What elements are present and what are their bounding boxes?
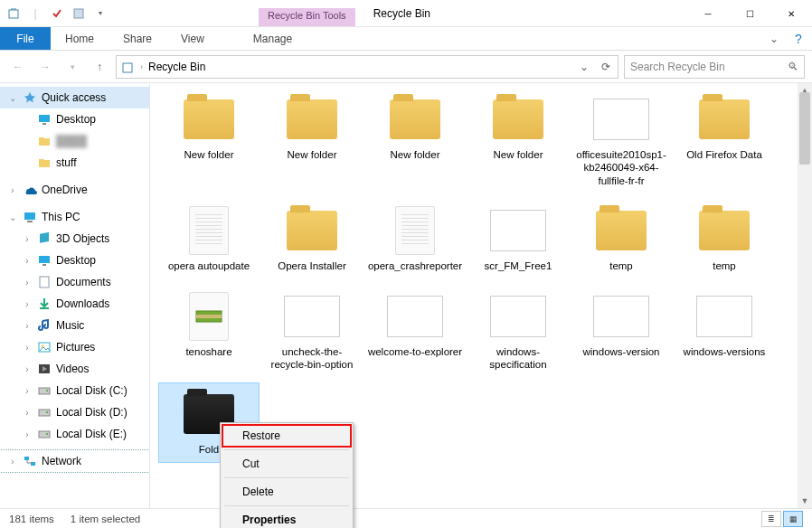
sidebar-item-blurred[interactable]: ████ xyxy=(0,130,149,152)
file-item[interactable]: Opera Installer xyxy=(262,200,362,278)
chevron-right-icon[interactable]: › xyxy=(7,185,18,195)
chevron-down-icon[interactable]: ⌄ xyxy=(7,212,18,222)
file-item[interactable]: officesuite2010sp1-kb2460049-x64-fullfil… xyxy=(571,89,671,193)
file-item[interactable]: temp xyxy=(571,200,671,278)
chevron-right-icon[interactable]: › xyxy=(22,321,33,331)
sidebar-item-desktop[interactable]: ›Desktop xyxy=(0,250,149,271)
sidebar-item-music[interactable]: ›Music xyxy=(0,315,149,336)
context-delete[interactable]: Delete xyxy=(222,481,351,503)
sidebar-item-local-disk-d-[interactable]: ›Local Disk (D:) xyxy=(0,401,149,423)
file-item[interactable]: temp xyxy=(675,200,774,278)
sidebar-item-stuff[interactable]: stuff xyxy=(0,152,149,174)
chevron-down-icon[interactable]: ⌄ xyxy=(7,93,18,103)
file-item-label: Old Firefox Data xyxy=(686,148,762,161)
chevron-right-icon[interactable]: › xyxy=(22,408,33,418)
recycle-bin-icon[interactable] xyxy=(5,5,22,22)
chevron-right-icon[interactable]: › xyxy=(22,429,33,439)
context-properties[interactable]: Properties xyxy=(222,509,351,528)
file-item-label: windows-versions xyxy=(684,345,766,358)
file-item[interactable]: New folder xyxy=(262,89,362,193)
help-icon[interactable]: ? xyxy=(785,27,812,50)
properties-icon[interactable] xyxy=(49,5,65,22)
file-item[interactable]: windows-versions xyxy=(675,286,774,377)
file-item[interactable]: windows-version xyxy=(571,286,671,377)
disk-icon xyxy=(36,429,52,439)
sidebar-item-videos[interactable]: ›Videos xyxy=(0,358,149,380)
sidebar-item-label: Music xyxy=(56,319,84,332)
sidebar-item-local-disk-e-[interactable]: ›Local Disk (E:) xyxy=(0,423,149,445)
nav-recent-dropdown[interactable]: ▾ xyxy=(61,56,83,78)
ribbon-tab-manage[interactable]: Manage xyxy=(239,27,307,50)
ribbon-collapse-icon[interactable]: ⌄ xyxy=(763,27,785,50)
sidebar-item-label: Local Disk (E:) xyxy=(56,428,127,440)
file-item[interactable]: New folder xyxy=(468,89,568,193)
qat-dropdown-icon[interactable]: ▾ xyxy=(92,5,109,22)
file-item[interactable]: Old Firefox Data xyxy=(675,89,774,193)
navigation-pane[interactable]: ⌄ Quick access Desktop ████ stuff xyxy=(0,83,150,508)
sidebar-item-local-disk-c-[interactable]: ›Local Disk (C:) xyxy=(0,380,149,401)
large-icons-view-button[interactable]: ▦ xyxy=(783,511,803,527)
chevron-right-icon[interactable]: › xyxy=(22,234,33,244)
sidebar-item-3d-objects[interactable]: ›3D Objects xyxy=(0,228,149,250)
music-icon xyxy=(36,319,52,332)
context-restore[interactable]: Restore xyxy=(222,425,351,447)
file-item[interactable]: scr_FM_Free1 xyxy=(468,200,568,278)
chevron-right-icon[interactable]: › xyxy=(7,457,18,467)
svg-rect-6 xyxy=(27,221,33,222)
svg-rect-4 xyxy=(42,123,46,125)
file-item[interactable]: New folder xyxy=(159,89,259,193)
scroll-down-icon[interactable]: ▼ xyxy=(798,494,812,508)
svg-rect-8 xyxy=(39,256,50,263)
vertical-scrollbar[interactable]: ▲ ▼ xyxy=(798,83,812,508)
svg-rect-2 xyxy=(123,63,132,72)
breadcrumb-separator[interactable]: › xyxy=(140,62,143,71)
refresh-icon[interactable]: ⟳ xyxy=(598,61,614,73)
file-item[interactable]: tenoshare xyxy=(159,286,259,377)
sidebar-item-desktop[interactable]: Desktop xyxy=(0,108,149,130)
ribbon-tab-home[interactable]: Home xyxy=(51,27,109,50)
address-dropdown-icon[interactable]: ⌄ xyxy=(576,61,592,73)
chevron-right-icon[interactable]: › xyxy=(22,278,33,288)
svg-rect-3 xyxy=(39,115,50,122)
file-tab[interactable]: File xyxy=(0,27,51,50)
address-bar[interactable]: › Recycle Bin ⌄ ⟳ xyxy=(116,55,618,79)
chevron-right-icon[interactable]: › xyxy=(22,386,33,396)
maximize-button[interactable]: ☐ xyxy=(729,0,770,27)
context-cut[interactable]: Cut xyxy=(222,453,351,475)
search-icon: 🔍︎ xyxy=(788,61,798,73)
sidebar-item-documents[interactable]: ›Documents xyxy=(0,271,149,293)
search-input[interactable]: Search Recycle Bin 🔍︎ xyxy=(624,55,805,79)
minimize-button[interactable]: ─ xyxy=(687,0,729,27)
ribbon-tab-view[interactable]: View xyxy=(166,27,219,50)
scroll-thumb[interactable] xyxy=(799,92,810,165)
chevron-right-icon[interactable]: › xyxy=(22,299,33,309)
file-item[interactable]: opera_crashreporter xyxy=(365,200,465,278)
file-item[interactable]: windows-specification xyxy=(468,286,568,377)
sidebar-item-pictures[interactable]: ›Pictures xyxy=(0,336,149,358)
nav-forward-button[interactable]: → xyxy=(34,56,56,78)
chevron-right-icon[interactable]: › xyxy=(22,343,33,353)
nav-up-button[interactable]: ↑ xyxy=(89,56,110,78)
recycle-bin-icon xyxy=(120,60,135,74)
file-item[interactable]: welcome-to-explorer xyxy=(365,286,465,377)
file-item[interactable]: opera autoupdate xyxy=(159,200,259,278)
sidebar-network[interactable]: › Network xyxy=(0,450,149,472)
qat-new-icon[interactable] xyxy=(71,5,87,22)
ribbon-tab-share[interactable]: Share xyxy=(109,27,166,50)
file-item[interactable]: uncheck-the-recycle-bin-option xyxy=(262,286,362,377)
star-icon xyxy=(22,91,38,104)
downloads-icon xyxy=(36,297,52,310)
close-button[interactable]: ✕ xyxy=(770,0,812,27)
chevron-right-icon[interactable]: › xyxy=(22,256,33,266)
file-item[interactable]: New folder xyxy=(365,89,465,193)
address-location[interactable]: Recycle Bin xyxy=(148,61,205,73)
nav-back-button[interactable]: ← xyxy=(7,56,29,78)
sidebar-onedrive[interactable]: › OneDrive xyxy=(0,179,149,201)
sidebar-this-pc[interactable]: ⌄ This PC xyxy=(0,206,149,228)
sidebar-quick-access[interactable]: ⌄ Quick access xyxy=(0,87,149,108)
sidebar-item-downloads[interactable]: ›Downloads xyxy=(0,293,149,315)
details-view-button[interactable]: ≣ xyxy=(761,511,781,527)
chevron-right-icon[interactable]: › xyxy=(22,364,33,374)
svg-rect-20 xyxy=(24,457,29,460)
item-grid: New folderNew folderNew folderNew folder… xyxy=(150,83,812,467)
